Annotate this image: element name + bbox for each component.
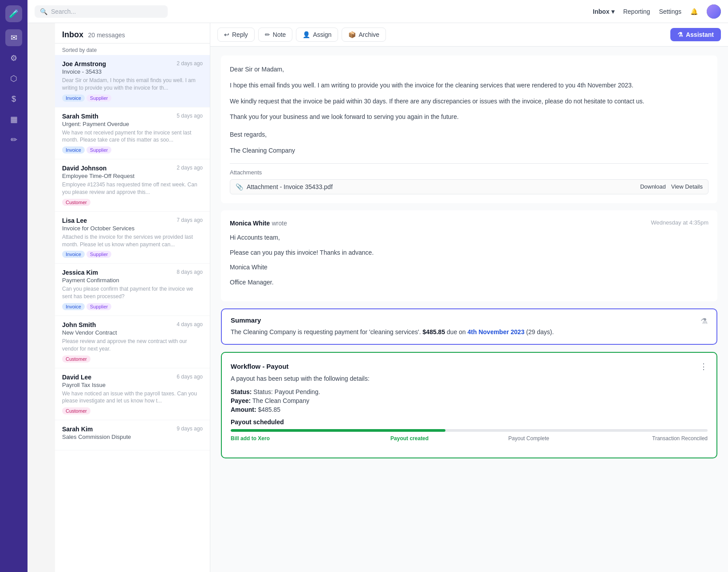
inbox-preview: Attached is the invoice for the services…: [62, 233, 203, 249]
archive-button[interactable]: 📦 Archive: [342, 28, 386, 42]
attachment-name: 📎 Attachment - Invoice 35433.pdf: [236, 183, 333, 190]
notification-bell[interactable]: 🔔: [690, 8, 698, 15]
inbox-tags: Customer: [62, 407, 203, 414]
user-avatar[interactable]: [707, 4, 721, 19]
sidebar-icon-inbox[interactable]: ✉: [5, 29, 22, 46]
assistant-button[interactable]: ⚗ Assistant: [670, 28, 721, 41]
download-link[interactable]: Download: [640, 183, 666, 190]
reply-time: Wednesday at 4:35pm: [651, 219, 708, 226]
tag-customer: Customer: [62, 407, 91, 414]
sidebar-icon-dollar[interactable]: $: [5, 91, 22, 107]
reply-author: Monica White: [230, 220, 270, 227]
search-placeholder: Search...: [51, 8, 76, 15]
inbox-item[interactable]: David Johnson 2 days ago Employee Time-O…: [55, 159, 210, 212]
tag-supplier: Supplier: [87, 146, 111, 154]
tag-invoice: Invoice: [62, 251, 85, 258]
reply-body: Hi Accounts team, Please can you pay thi…: [230, 233, 708, 288]
content-toolbar: ↩ Reply ✏ Note 👤 Assign 📦 Archive ⚗ Assi…: [210, 23, 728, 47]
inbox-tags: Invoice Supplier: [62, 146, 203, 154]
email-signoff: Best regards,: [230, 130, 708, 140]
summary-text: The Cleaning Company is requesting payme…: [231, 327, 700, 337]
email-section: Dear Sir or Madam, I hope this email fin…: [221, 55, 717, 203]
inbox-subject: Employee Time-Off Request: [62, 173, 203, 179]
inbox-preview: Please review and approve the new contra…: [62, 338, 203, 353]
sidebar-icon-settings[interactable]: ⚙: [5, 50, 22, 67]
progress-step-3: Payout Complete: [469, 435, 589, 442]
inbox-item[interactable]: Jessica Kim 8 days ago Payment Confirmat…: [55, 264, 210, 316]
inbox-preview: We have not received payment for the inv…: [62, 129, 203, 144]
assign-icon: 👤: [303, 31, 310, 38]
sidebar-icon-edit[interactable]: ✏: [5, 131, 22, 148]
inbox-preview: We have noticed an issue with the payrol…: [62, 390, 203, 405]
note-button[interactable]: ✏ Note: [258, 28, 293, 42]
inbox-item[interactable]: Sarah Smith 5 days ago Urgent: Payment O…: [55, 107, 210, 160]
inbox-item[interactable]: Joe Armstrong 2 days ago Invoice - 35433…: [55, 55, 210, 107]
attachment-row: 📎 Attachment - Invoice 35433.pdf Downloa…: [230, 179, 708, 194]
reply-wrote: wrote: [272, 220, 287, 227]
topnav-right: Inbox ▾ Reporting Settings 🔔: [593, 4, 721, 19]
reply-sig2: Office Manager.: [230, 277, 708, 288]
inbox-item[interactable]: John Smith 4 days ago New Vendor Contrac…: [55, 316, 210, 368]
progress-step-2: Payout created: [350, 435, 469, 442]
inbox-panel: Inbox 20 messages Sorted by date Joe Arm…: [55, 23, 210, 572]
workflow-more-icon[interactable]: ⋮: [700, 362, 708, 371]
progress-step-1: Bill add to Xero: [231, 435, 350, 442]
archive-icon: 📦: [348, 31, 356, 38]
inbox-item[interactable]: David Lee 6 days ago Payroll Tax Issue W…: [55, 368, 210, 421]
email-body2: We kindly request that the invoice be pa…: [230, 96, 708, 107]
assign-button[interactable]: 👤 Assign: [296, 28, 338, 42]
workflow-description: A payout has been setup with the followi…: [231, 375, 708, 382]
workflow-header: Workflow - Payout ⋮: [231, 362, 708, 371]
inbox-subject: Invoice - 35433: [62, 68, 203, 75]
inbox-sender: Sarah Smith: [62, 113, 98, 120]
workflow-scheduled-label: Payout scheduled: [231, 418, 708, 426]
topnav-link-reporting[interactable]: Reporting: [623, 8, 650, 15]
main-layout: Inbox 20 messages Sorted by date Joe Arm…: [55, 23, 728, 572]
inbox-item[interactable]: Lisa Lee 7 days ago Invoice for October …: [55, 212, 210, 264]
sidebar-icon-database[interactable]: ⬡: [5, 70, 22, 87]
inbox-count: 20 messages: [88, 32, 125, 39]
topnav: 🔍 Search... Inbox ▾ Reporting Settings 🔔: [28, 0, 728, 23]
reply-button[interactable]: ↩ Reply: [217, 28, 255, 42]
view-details-link[interactable]: View Details: [671, 183, 703, 190]
progress-fill: [231, 429, 445, 432]
paperclip-icon: 📎: [236, 183, 243, 190]
workflow-title: Workflow - Payout: [231, 363, 289, 370]
reply-sig1: Monica White: [230, 262, 708, 273]
inbox-time: 2 days ago: [177, 165, 203, 171]
inbox-sender: Jessica Kim: [62, 269, 98, 276]
inbox-sender: Sarah Kim: [62, 426, 93, 433]
inbox-header: Inbox 20 messages: [55, 23, 210, 43]
inbox-time: 5 days ago: [177, 113, 203, 119]
email-signature: Best regards, The Cleaning Company: [230, 130, 708, 156]
summary-amount: $485.85: [423, 328, 445, 335]
inbox-tags: Customer: [62, 199, 203, 206]
tag-customer: Customer: [62, 199, 91, 206]
inbox-list: Joe Armstrong 2 days ago Invoice - 35433…: [55, 55, 210, 572]
app-logo: 🧪: [5, 5, 22, 22]
topnav-link-inbox[interactable]: Inbox ▾: [593, 8, 614, 15]
topnav-link-settings[interactable]: Settings: [659, 8, 681, 15]
summary-action-icon[interactable]: ⚗: [700, 316, 708, 326]
reply-meta: Monica White wrote Wednesday at 4:35pm: [230, 219, 708, 227]
search-box[interactable]: 🔍 Search...: [35, 5, 168, 18]
content-body: Dear Sir or Madam, I hope this email fin…: [210, 47, 728, 572]
inbox-item[interactable]: Sarah Kim 9 days ago Sales Commission Di…: [55, 420, 210, 450]
inbox-preview: Employee #12345 has requested time off n…: [62, 181, 203, 196]
summary-title: Summary: [231, 316, 700, 324]
tag-invoice: Invoice: [62, 303, 85, 310]
workflow-card: Workflow - Payout ⋮ A payout has been se…: [221, 352, 717, 458]
tag-customer: Customer: [62, 355, 91, 363]
tag-invoice: Invoice: [62, 95, 85, 102]
inbox-sender: Lisa Lee: [62, 217, 87, 224]
tag-supplier: Supplier: [87, 251, 111, 258]
progress-container: Bill add to Xero Payout created Payout C…: [231, 429, 708, 442]
inbox-subject: Payment Confirmation: [62, 277, 203, 284]
inbox-time: 2 days ago: [177, 60, 203, 67]
inbox-subject: Payroll Tax Issue: [62, 382, 203, 388]
inbox-time: 7 days ago: [177, 217, 203, 223]
summary-card: Summary The Cleaning Company is requesti…: [221, 308, 717, 345]
progress-track: [231, 429, 708, 432]
sidebar-icon-chart[interactable]: ▦: [5, 111, 22, 128]
workflow-amount: Amount: $485.85: [231, 406, 708, 413]
